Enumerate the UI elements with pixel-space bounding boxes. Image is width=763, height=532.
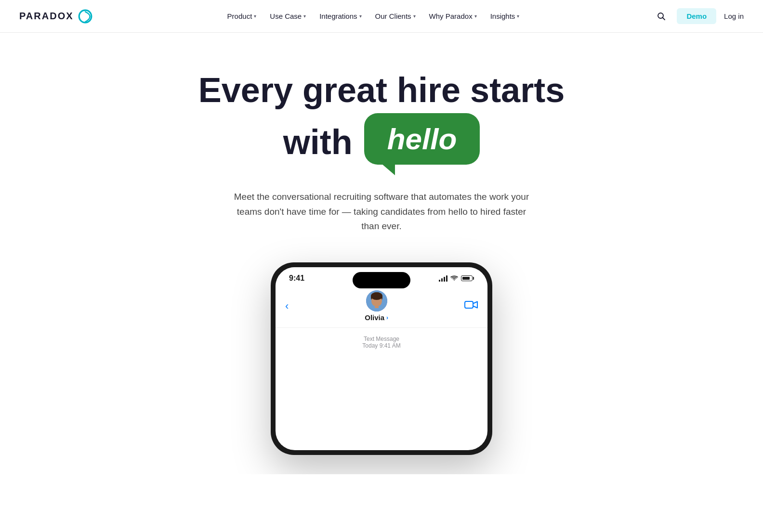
with-text: with [283, 122, 353, 162]
chevron-down-icon: ▾ [303, 13, 306, 19]
nav-link-whyparadox[interactable]: Why Paradox ▾ [423, 8, 483, 24]
login-button[interactable]: Log in [724, 12, 744, 20]
logo-icon [78, 9, 93, 24]
messages-area: Text Message Today 9:41 AM [276, 328, 487, 424]
phone-messages-header: ‹ [276, 286, 487, 328]
phone-mockup: 9:41 [271, 262, 492, 455]
contact-info: Olivia › [365, 290, 388, 322]
nav-item-integrations[interactable]: Integrations ▾ [314, 8, 367, 24]
logo-link[interactable]: PARADOX [19, 9, 93, 24]
chevron-down-icon: ▾ [413, 13, 416, 19]
chevron-down-icon: ▾ [359, 13, 362, 19]
nav-item-clients[interactable]: Our Clients ▾ [369, 8, 421, 24]
logo-wordmark: PARADOX [19, 11, 74, 22]
nav-link-product[interactable]: Product ▾ [222, 8, 263, 24]
nav-item-whyparadox[interactable]: Why Paradox ▾ [423, 8, 483, 24]
chevron-down-icon: ▾ [517, 13, 519, 19]
contact-name-row: Olivia › [365, 313, 388, 322]
hero-subtext: Meet the conversational recruiting softw… [232, 190, 531, 234]
message-time: Today 9:41 AM [285, 342, 478, 349]
nav-link-integrations[interactable]: Integrations ▾ [314, 8, 367, 24]
phone-inner: 9:41 [276, 267, 487, 450]
svg-point-6 [371, 292, 382, 300]
nav-item-insights[interactable]: Insights ▾ [485, 8, 526, 24]
avatar [366, 290, 387, 311]
signal-bars-icon [439, 275, 447, 282]
nav-links: Product ▾ Use Case ▾ Integrations ▾ Our … [222, 8, 526, 24]
video-call-button[interactable] [464, 300, 478, 312]
chevron-down-icon: ▾ [254, 13, 256, 19]
search-icon [657, 12, 666, 21]
video-icon [464, 300, 478, 310]
nav-link-usecase[interactable]: Use Case ▾ [264, 8, 312, 24]
search-button[interactable] [654, 9, 669, 24]
back-button[interactable]: ‹ [285, 300, 289, 312]
wifi-icon [450, 275, 458, 281]
contact-chevron-icon: › [386, 314, 388, 321]
navigation: PARADOX Product ▾ Use Case ▾ Integration… [0, 0, 763, 33]
speech-bubble: hello [364, 113, 480, 165]
phone-status-bar: 9:41 [276, 267, 487, 286]
svg-line-2 [663, 17, 665, 20]
phone-time: 9:41 [289, 274, 304, 283]
dynamic-island [353, 272, 410, 288]
status-icons [439, 275, 474, 282]
hero-headline-row2: with hello [283, 113, 480, 170]
demo-button[interactable]: Demo [677, 8, 716, 24]
nav-item-usecase[interactable]: Use Case ▾ [264, 8, 312, 24]
svg-rect-9 [465, 301, 473, 308]
svg-rect-8 [375, 304, 379, 308]
battery-icon [461, 275, 474, 281]
nav-link-insights[interactable]: Insights ▾ [485, 8, 526, 24]
message-timestamp: Text Message Today 9:41 AM [285, 336, 478, 349]
contact-name: Olivia [365, 313, 384, 322]
nav-item-product[interactable]: Product ▾ [222, 8, 263, 24]
hello-text: hello [387, 122, 457, 156]
phone-container: 9:41 [19, 262, 744, 455]
message-type: Text Message [285, 336, 478, 342]
nav-link-clients[interactable]: Our Clients ▾ [369, 8, 421, 24]
chevron-down-icon: ▾ [474, 13, 477, 19]
hero-headline: Every great hire starts [198, 71, 565, 109]
hero-section: Every great hire starts with hello Meet … [0, 33, 763, 474]
nav-actions: Demo Log in [654, 8, 744, 24]
